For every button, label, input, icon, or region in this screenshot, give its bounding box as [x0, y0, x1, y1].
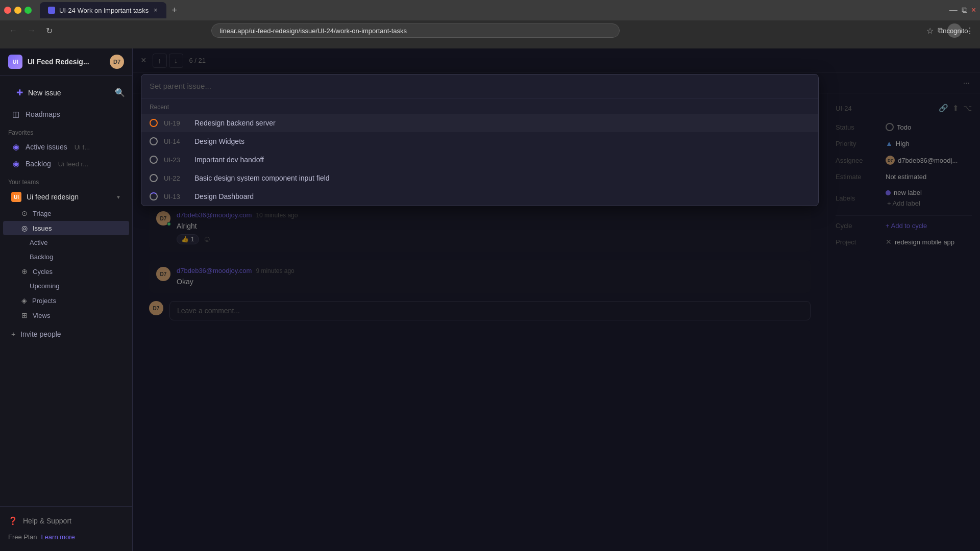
sidebar-item-views[interactable]: ⊞ Views [3, 308, 129, 322]
minimize-window-button[interactable]: — [949, 6, 958, 15]
parent-issue-dropdown: Recent UI-19 Redesign backend server UI-… [141, 74, 819, 206]
issues-label: Issues [33, 224, 52, 232]
parent-issue-search-input[interactable] [150, 82, 810, 90]
sidebar-item-active-issues[interactable]: ◉ Active issues Ui f... [3, 139, 129, 155]
your-teams-section-label: Your teams [0, 172, 132, 188]
favorites-section-label: Favorites [0, 123, 132, 138]
tab-close-button[interactable]: × [153, 7, 158, 14]
incognito-button[interactable]: Incognito [947, 23, 962, 38]
browser-chrome: UI-24 Work on important tasks × + — ⧉ × … [0, 0, 980, 48]
roadmaps-icon: ◫ [11, 110, 20, 119]
refresh-button[interactable]: ↻ [43, 24, 56, 38]
backlog-fav-icon: ◉ [11, 159, 20, 168]
browser-toolbar: ← → ↻ ☆ ⧉ Incognito ⋮ [0, 20, 980, 41]
sidebar-item-cycles[interactable]: ⊕ Cycles [3, 264, 129, 279]
browser-menu-button[interactable]: ⋮ [966, 26, 974, 36]
window-maximize-button[interactable] [24, 7, 32, 14]
ui23-status-icon [150, 156, 158, 164]
sidebar-header: UI UI Feed Redesig... D7 [0, 48, 132, 76]
sidebar: UI UI Feed Redesig... D7 ✚ New issue 🔍 ◫… [0, 48, 133, 551]
active-label: Active [30, 239, 47, 246]
workspace-info[interactable]: UI UI Feed Redesig... [8, 55, 89, 69]
ui19-title: Redesign backend server [194, 119, 276, 127]
active-tab[interactable]: UI-24 Work on important tasks × [40, 2, 166, 18]
recent-label: Recent [141, 98, 818, 114]
window-close-button[interactable] [4, 7, 11, 14]
main-content: × ↑ ↓ 6 / 21 🟠 Ui feed redesign › redesi… [133, 48, 980, 551]
sidebar-item-issues[interactable]: ◎ Issues [3, 221, 129, 235]
upcoming-label: Upcoming [30, 282, 60, 290]
search-button[interactable]: 🔍 [113, 86, 127, 99]
sidebar-item-backlog-fav[interactable]: ◉ Backlog Ui feed r... [3, 156, 129, 172]
back-button[interactable]: ← [6, 24, 20, 37]
star-page-button[interactable]: ☆ [926, 26, 934, 36]
workspace-name: UI Feed Redesig... [28, 58, 89, 66]
sidebar-footer: ❓ Help & Support Free Plan Learn more [0, 506, 132, 551]
ui14-title: Design Widgets [194, 137, 244, 145]
sidebar-item-upcoming[interactable]: Upcoming [3, 279, 129, 293]
triage-label: Triage [33, 210, 51, 217]
dropdown-item-ui23[interactable]: UI-23 Important dev handoff [141, 151, 818, 169]
views-icon: ⊞ [21, 311, 28, 319]
sidebar-item-team[interactable]: UI Ui feed redesign ▼ [3, 188, 129, 206]
learn-more-link[interactable]: Learn more [41, 533, 75, 541]
sidebar-item-help[interactable]: ❓ Help & Support [8, 513, 124, 529]
dropdown-item-ui19[interactable]: UI-19 Redesign backend server [141, 114, 818, 132]
dropdown-item-ui13[interactable]: UI-13 Design Dashboard [141, 187, 818, 206]
cycles-icon: ⊕ [21, 267, 28, 276]
app-layout: UI UI Feed Redesig... D7 ✚ New issue 🔍 ◫… [0, 48, 980, 551]
sidebar-item-active[interactable]: Active [3, 236, 129, 249]
toolbar-right: ☆ ⧉ Incognito ⋮ [926, 23, 974, 38]
ui14-id: UI-14 [164, 138, 188, 145]
new-issue-button[interactable]: ✚ New issue [8, 84, 108, 102]
ui19-id: UI-19 [164, 119, 188, 127]
dropdown-item-ui14[interactable]: UI-14 Design Widgets [141, 132, 818, 151]
projects-label: Projects [32, 297, 56, 305]
free-plan-label: Free Plan [8, 533, 37, 541]
dropdown-item-ui22[interactable]: UI-22 Basic design system component inpu… [141, 169, 818, 187]
sidebar-item-roadmaps[interactable]: ◫ Roadmaps [3, 106, 129, 122]
incognito-label: Incognito [941, 27, 968, 35]
ui22-status-icon [150, 174, 158, 182]
ui22-title: Basic design system component input fiel… [194, 174, 330, 182]
new-issue-label: New issue [28, 89, 61, 97]
roadmaps-label: Roadmaps [26, 110, 60, 118]
ui14-status-icon [150, 137, 158, 145]
projects-icon: ◈ [21, 296, 27, 305]
active-issues-label: Active issues [26, 143, 67, 151]
sidebar-nav: ✚ New issue 🔍 ◫ Roadmaps Favorites ◉ Act… [0, 76, 132, 506]
tab-title: UI-24 Work on important tasks [59, 7, 149, 14]
backlog-fav-sublabel: Ui feed r... [58, 160, 88, 168]
invite-label: Invite people [20, 330, 61, 338]
workspace-avatar: UI [8, 55, 22, 69]
backlog-fav-label: Backlog [26, 160, 51, 168]
ui13-title: Design Dashboard [194, 192, 254, 201]
sidebar-item-invite[interactable]: + Invite people [3, 327, 129, 342]
restore-window-button[interactable]: ⧉ [962, 6, 967, 15]
ui23-id: UI-23 [164, 156, 188, 164]
invite-icon: + [11, 330, 15, 338]
new-tab-button[interactable]: + [168, 5, 180, 16]
team-label: Ui feed redesign [27, 193, 79, 201]
sidebar-item-backlog[interactable]: Backlog [3, 250, 129, 264]
ui23-title: Important dev handoff [194, 156, 264, 164]
ui22-id: UI-22 [164, 174, 188, 182]
team-chevron-icon: ▼ [116, 194, 121, 200]
dropdown-search-area [141, 74, 818, 98]
backlog-label: Backlog [30, 253, 53, 261]
address-bar[interactable] [211, 23, 620, 38]
team-avatar: UI [11, 192, 21, 202]
window-minimize-button[interactable] [14, 7, 21, 14]
forward-button[interactable]: → [24, 24, 39, 37]
tab-favicon [48, 7, 55, 14]
ui13-status-icon [150, 192, 158, 201]
active-issues-icon: ◉ [11, 142, 20, 152]
tab-bar: UI-24 Work on important tasks × + [36, 2, 945, 18]
sidebar-item-projects[interactable]: ◈ Projects [3, 293, 129, 308]
user-avatar[interactable]: D7 [110, 55, 124, 69]
help-icon: ❓ [8, 516, 18, 525]
ui19-status-icon [150, 119, 158, 127]
help-label: Help & Support [23, 517, 71, 525]
close-window-button[interactable]: × [971, 6, 976, 15]
sidebar-item-triage[interactable]: ⊙ Triage [3, 206, 129, 220]
